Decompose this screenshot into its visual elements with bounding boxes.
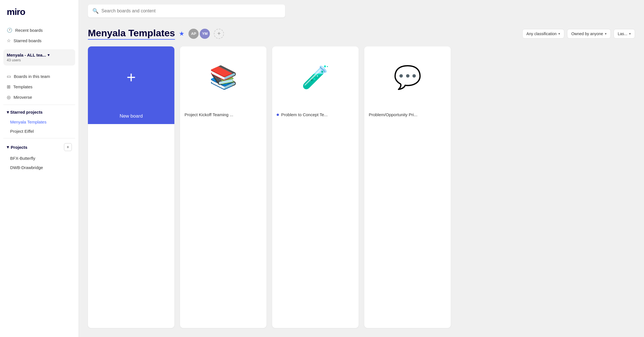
sidebar-item-project-eiffel[interactable]: Project Eiffel bbox=[3, 127, 75, 136]
sidebar-item-bfx-butterfly[interactable]: BFX-Butterfly bbox=[3, 154, 75, 163]
add-project-button[interactable]: + bbox=[64, 143, 72, 151]
board-footer-kickoff: Project Kickoff Teaming ... bbox=[180, 108, 267, 121]
team-selector[interactable]: Menyala - ALL tea... ▾ 43 users bbox=[3, 49, 75, 66]
new-board-card[interactable]: + New board bbox=[88, 46, 174, 328]
classification-label: Any classification bbox=[527, 32, 557, 36]
divider-2 bbox=[3, 138, 75, 138]
sidebar-item-miroverse[interactable]: ◎ Miroverse bbox=[3, 92, 75, 102]
new-board-footer: New board bbox=[88, 108, 174, 124]
main-content: 🔍 Menyala Templates ★ AP YM + Any classi… bbox=[79, 0, 644, 337]
filters: Any classification ▾ Owned by anyone ▾ L… bbox=[522, 29, 635, 39]
chevron-down-icon-2: ▾ bbox=[605, 32, 607, 36]
starred-projects-section: ▾ Starred projects Menyala Templates Pro… bbox=[0, 107, 79, 136]
sidebar-item-boards-in-team[interactable]: ▭ Boards in this team bbox=[3, 71, 75, 82]
search-input[interactable] bbox=[101, 8, 281, 14]
templates-icon: ⊞ bbox=[7, 84, 10, 89]
chevron-down-icon: ▾ bbox=[558, 32, 560, 36]
books-illustration: 📚 bbox=[209, 64, 237, 91]
team-name: Menyala - ALL tea... ▾ bbox=[7, 53, 72, 57]
star-outline-icon: ☆ bbox=[7, 38, 11, 43]
templates-label: Templates bbox=[13, 84, 32, 89]
sidebar-item-starred-boards[interactable]: ☆ Starred boards bbox=[3, 35, 75, 46]
board-card-project-kickoff[interactable]: 📚 Project Kickoff Teaming ... bbox=[180, 46, 267, 328]
miroverse-icon: ◎ bbox=[7, 95, 11, 100]
page-title-row: Menyala Templates ★ AP YM + bbox=[88, 28, 224, 40]
starred-projects-header[interactable]: ▾ Starred projects bbox=[3, 107, 75, 117]
sidebar: miro 🕐 Recent boards ☆ Starred boards Me… bbox=[0, 0, 79, 337]
sidebar-item-dwb-drawbridge[interactable]: DWB-Drawbridge bbox=[3, 163, 75, 172]
divider bbox=[3, 105, 75, 105]
avatar-ap: AP bbox=[188, 29, 199, 39]
sidebar-label-starred: Starred boards bbox=[14, 38, 41, 43]
sidebar-nav: 🕐 Recent boards ☆ Starred boards bbox=[0, 25, 79, 46]
projects-section: ▾ Projects + BFX-Butterfly DWB-Drawbridg… bbox=[0, 141, 79, 172]
page-header: Menyala Templates ★ AP YM + Any classifi… bbox=[79, 22, 644, 44]
boards-label: Boards in this team bbox=[14, 74, 50, 79]
board-title-problem-opportunity: Problem/Opportunity Pri... bbox=[369, 112, 418, 117]
board-thumb-kickoff: 📚 bbox=[180, 46, 267, 108]
search-bar[interactable]: 🔍 bbox=[88, 5, 285, 17]
team-users: 43 users bbox=[7, 58, 72, 62]
clock-icon: 🕐 bbox=[7, 28, 12, 33]
topbar: 🔍 bbox=[79, 0, 644, 22]
projects-label: Projects bbox=[11, 145, 27, 150]
logo: miro bbox=[0, 7, 79, 25]
flask-illustration: 🧪 bbox=[301, 64, 330, 91]
page-title: Menyala Templates bbox=[88, 28, 175, 40]
board-thumb-flask: 🧪 bbox=[272, 46, 359, 108]
classification-filter[interactable]: Any classification ▾ bbox=[522, 29, 564, 39]
sidebar-item-menyala-templates[interactable]: Menyala Templates bbox=[3, 117, 75, 127]
board-footer-problem-concept: Problem to Concept Te... bbox=[272, 108, 359, 121]
last-modified-filter[interactable]: Las... ▾ bbox=[614, 29, 635, 39]
projects-header[interactable]: ▾ Projects + bbox=[3, 141, 75, 154]
owned-by-label: Owned by anyone bbox=[571, 32, 603, 36]
add-member-button[interactable]: + bbox=[214, 29, 224, 39]
new-board-label: New board bbox=[119, 113, 143, 119]
new-board-thumb: + bbox=[88, 46, 174, 108]
plus-icon: + bbox=[126, 69, 136, 85]
last-modified-label: Las... bbox=[618, 32, 627, 36]
team-nav: ▭ Boards in this team ⊞ Templates ◎ Miro… bbox=[0, 71, 79, 102]
search-icon: 🔍 bbox=[92, 8, 99, 14]
owned-by-filter[interactable]: Owned by anyone ▾ bbox=[567, 29, 611, 39]
chevron-down-icon-3: ▾ bbox=[629, 32, 631, 36]
board-card-problem-concept[interactable]: 🧪 Problem to Concept Te... bbox=[272, 46, 359, 328]
board-footer-problem-opportunity: Problem/Opportunity Pri... bbox=[364, 108, 451, 121]
board-thumb-chat: 💬 bbox=[364, 46, 451, 108]
status-dot bbox=[277, 114, 279, 116]
board-title-problem-concept: Problem to Concept Te... bbox=[281, 112, 328, 117]
boards-icon: ▭ bbox=[7, 74, 11, 79]
sidebar-label-recent: Recent boards bbox=[15, 28, 43, 33]
board-grid: + New board 📚 Project Kickoff Teaming ..… bbox=[79, 44, 644, 337]
avatar-group: AP YM bbox=[188, 29, 210, 39]
starred-projects-label: ▾ Starred projects bbox=[7, 110, 43, 115]
board-title-kickoff: Project Kickoff Teaming ... bbox=[185, 112, 233, 117]
sidebar-item-templates[interactable]: ⊞ Templates bbox=[3, 82, 75, 92]
projects-arrow: ▾ bbox=[7, 145, 9, 150]
miroverse-label: Miroverse bbox=[14, 95, 32, 100]
avatar-ym: YM bbox=[200, 29, 210, 39]
star-filled-icon[interactable]: ★ bbox=[179, 30, 185, 37]
sidebar-item-recent-boards[interactable]: 🕐 Recent boards bbox=[3, 25, 75, 35]
chat-illustration: 💬 bbox=[394, 64, 422, 91]
chevron-down-icon: ▾ bbox=[48, 53, 50, 57]
board-card-problem-opportunity[interactable]: 💬 Problem/Opportunity Pri... bbox=[364, 46, 451, 328]
